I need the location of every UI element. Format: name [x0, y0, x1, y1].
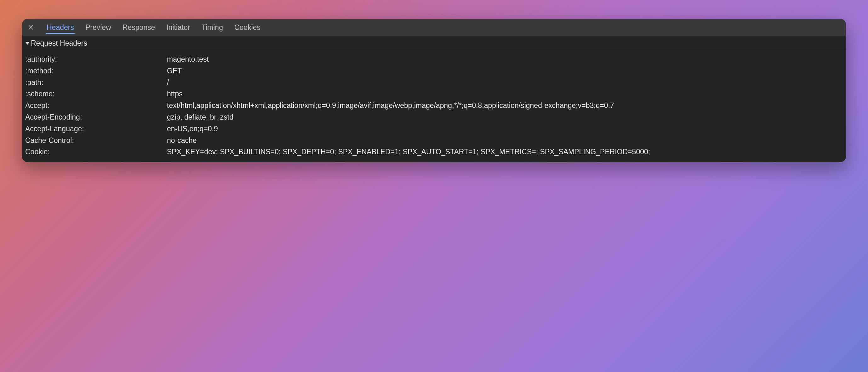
header-name: :path:: [25, 77, 167, 89]
caret-down-icon: [25, 42, 30, 45]
header-row: :method: GET: [25, 65, 843, 77]
header-row: Cookie: SPX_KEY=dev; SPX_BUILTINS=0; SPX…: [25, 146, 843, 158]
header-value: /: [167, 77, 843, 89]
header-row: Cache-Control: no-cache: [25, 135, 843, 146]
header-value: no-cache: [167, 135, 843, 146]
header-row: Accept: text/html,application/xhtml+xml,…: [25, 100, 843, 111]
header-name: Cookie:: [25, 146, 167, 158]
section-title: Request Headers: [31, 39, 87, 47]
header-name: :authority:: [25, 54, 167, 65]
header-value: SPX_KEY=dev; SPX_BUILTINS=0; SPX_DEPTH=0…: [167, 146, 843, 158]
network-details-panel: Headers Preview Response Initiator Timin…: [22, 19, 846, 162]
header-row: Accept-Encoding: gzip, deflate, br, zstd: [25, 111, 843, 123]
header-name: Accept:: [25, 100, 167, 111]
header-name: Accept-Language:: [25, 123, 167, 135]
header-value: https: [167, 88, 843, 100]
tab-response[interactable]: Response: [122, 21, 156, 34]
request-headers-list: :authority: magento.test :method: GET :p…: [22, 50, 846, 162]
header-row: :path: /: [25, 77, 843, 89]
tab-preview[interactable]: Preview: [85, 21, 112, 34]
tab-cookies[interactable]: Cookies: [234, 21, 261, 34]
close-button[interactable]: [26, 22, 36, 32]
header-value: GET: [167, 65, 843, 77]
header-value: text/html,application/xhtml+xml,applicat…: [167, 100, 843, 111]
close-icon: [28, 24, 34, 31]
header-name: :method:: [25, 65, 167, 77]
header-name: :scheme:: [25, 88, 167, 100]
header-name: Accept-Encoding:: [25, 111, 167, 123]
header-row: :authority: magento.test: [25, 54, 843, 65]
request-headers-section-toggle[interactable]: Request Headers: [22, 36, 846, 50]
header-name: Cache-Control:: [25, 135, 167, 146]
header-value: en-US,en;q=0.9: [167, 123, 843, 135]
header-row: :scheme: https: [25, 88, 843, 100]
header-value: gzip, deflate, br, zstd: [167, 111, 843, 123]
header-value: magento.test: [167, 54, 843, 65]
tab-initiator[interactable]: Initiator: [166, 21, 190, 34]
header-row: Accept-Language: en-US,en;q=0.9: [25, 123, 843, 135]
details-tabbar: Headers Preview Response Initiator Timin…: [22, 19, 846, 36]
tab-timing[interactable]: Timing: [201, 21, 224, 34]
tab-headers[interactable]: Headers: [46, 21, 75, 34]
